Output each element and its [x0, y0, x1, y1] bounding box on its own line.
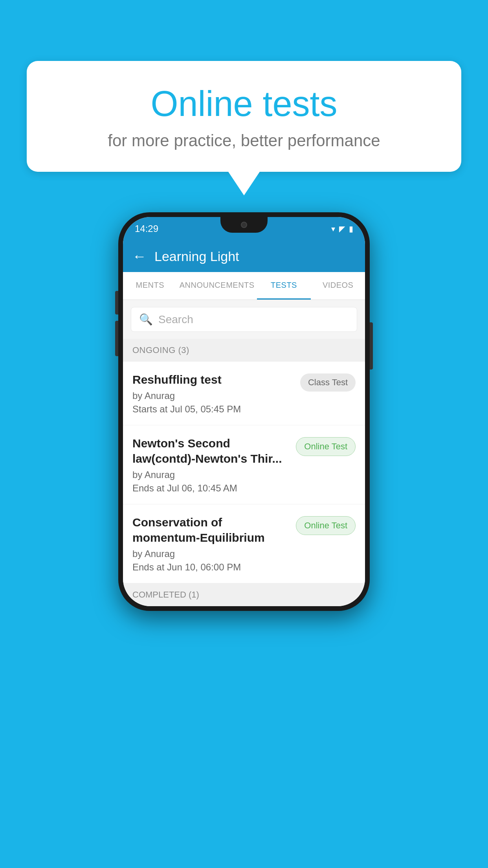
test-badge-3: Online Test [296, 516, 356, 535]
status-time: 14:29 [135, 223, 158, 234]
test-title-3: Conservation of momentum-Equilibrium [132, 515, 290, 545]
test-date-1: Starts at Jul 05, 05:45 PM [132, 404, 294, 415]
camera [241, 222, 247, 228]
search-placeholder: Search [158, 313, 193, 326]
battery-icon: ▮ [349, 224, 353, 234]
status-bar: 14:29 ▾ ◤ ▮ [123, 217, 365, 241]
app-bar-title: Learning Light [154, 249, 239, 264]
completed-section-header: COMPLETED (1) [123, 583, 365, 606]
tab-videos[interactable]: VIDEOS [311, 272, 365, 300]
phone-screen: 14:29 ▾ ◤ ▮ ← Learning Light MENTS [123, 217, 365, 606]
test-author-2: by Anurag [132, 469, 290, 480]
test-info-3: Conservation of momentum-Equilibrium by … [132, 515, 290, 573]
ongoing-label: ONGOING (3) [132, 345, 189, 355]
volume-up-button [115, 291, 118, 314]
test-info-2: Newton's Second law(contd)-Newton's Thir… [132, 436, 290, 494]
phone-mockup: 14:29 ▾ ◤ ▮ ← Learning Light MENTS [118, 212, 370, 611]
search-bar-wrapper: 🔍 Search [123, 300, 365, 339]
speech-bubble-arrow [228, 172, 260, 195]
signal-icon: ◤ [339, 224, 345, 234]
phone-frame: 14:29 ▾ ◤ ▮ ← Learning Light MENTS [118, 212, 370, 611]
tab-announcements[interactable]: ANNOUNCEMENTS [177, 272, 257, 300]
test-badge-1: Class Test [300, 373, 356, 392]
phone-side-buttons-left [115, 291, 118, 356]
test-title-1: Reshuffling test [132, 372, 294, 387]
search-bar[interactable]: 🔍 Search [131, 307, 357, 332]
power-button [370, 322, 373, 370]
test-item-2[interactable]: Newton's Second law(contd)-Newton's Thir… [123, 425, 365, 504]
speech-bubble-title: Online tests [54, 85, 434, 123]
test-date-3: Ends at Jun 10, 06:00 PM [132, 562, 290, 573]
volume-down-button [115, 321, 118, 356]
test-author-3: by Anurag [132, 548, 290, 559]
test-author-1: by Anurag [132, 390, 294, 401]
speech-bubble: Online tests for more practice, better p… [27, 61, 461, 172]
tabs-container: MENTS ANNOUNCEMENTS TESTS VIDEOS [123, 272, 365, 300]
test-list: Reshuffling test by Anurag Starts at Jul… [123, 362, 365, 583]
test-item-3[interactable]: Conservation of momentum-Equilibrium by … [123, 504, 365, 583]
speech-bubble-container: Online tests for more practice, better p… [27, 61, 461, 195]
tab-tests[interactable]: TESTS [257, 272, 311, 300]
completed-label: COMPLETED (1) [132, 590, 199, 600]
search-icon: 🔍 [139, 313, 153, 326]
test-title-2: Newton's Second law(contd)-Newton's Thir… [132, 436, 290, 466]
test-badge-2: Online Test [296, 437, 356, 456]
notch [220, 217, 268, 233]
ongoing-section-header: ONGOING (3) [123, 339, 365, 362]
test-info-1: Reshuffling test by Anurag Starts at Jul… [132, 372, 294, 415]
test-item-1[interactable]: Reshuffling test by Anurag Starts at Jul… [123, 362, 365, 425]
tab-ments[interactable]: MENTS [123, 272, 177, 300]
app-bar: ← Learning Light [123, 241, 365, 272]
wifi-icon: ▾ [331, 224, 335, 234]
test-date-2: Ends at Jul 06, 10:45 AM [132, 483, 290, 494]
speech-bubble-subtitle: for more practice, better performance [54, 131, 434, 150]
status-icons: ▾ ◤ ▮ [331, 224, 353, 234]
phone-side-buttons-right [370, 322, 373, 370]
back-button[interactable]: ← [132, 248, 147, 265]
